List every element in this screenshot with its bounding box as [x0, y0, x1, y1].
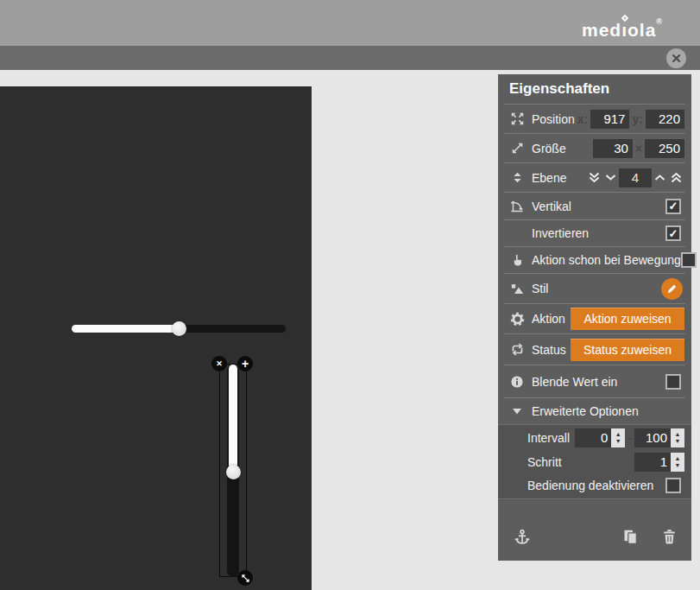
- interval-dash: -: [627, 431, 632, 445]
- show-value-label: Blende Wert ein: [532, 375, 617, 389]
- spinner-arrows-icon[interactable]: ▲▼: [611, 428, 625, 447]
- repeat-icon: [508, 342, 526, 357]
- rotate-vertical-icon: [508, 199, 526, 213]
- layer-input[interactable]: 4: [619, 168, 652, 187]
- row-action: Aktion Aktion zuweisen: [498, 304, 691, 333]
- edit-style-button[interactable]: [661, 278, 683, 300]
- step-label: Schritt: [527, 455, 562, 469]
- size-separator: ×: [635, 142, 642, 155]
- horizontal-slider-thumb[interactable]: [172, 321, 186, 336]
- position-y-input[interactable]: 220: [646, 110, 684, 129]
- row-style: Stil: [498, 274, 691, 303]
- interval-min-input[interactable]: 0: [575, 428, 611, 447]
- resize-icon: [508, 141, 526, 155]
- step-stepper[interactable]: 1 ▲▼: [634, 453, 684, 472]
- properties-panel: Eigenschaften Position x: 917 y: 220 Grö…: [498, 74, 691, 561]
- info-icon: [508, 375, 526, 389]
- triangle-down-icon: [508, 407, 526, 416]
- anchor-icon[interactable]: [514, 529, 531, 546]
- action-on-move-checkbox[interactable]: [681, 252, 697, 268]
- vertical-label: Vertikal: [532, 200, 571, 213]
- interval-max-stepper[interactable]: 100 ▲▼: [634, 428, 684, 447]
- mediola-logo: medıola®: [582, 10, 662, 41]
- show-value-checkbox[interactable]: [665, 374, 681, 390]
- image-icon: [508, 282, 526, 296]
- row-disable-control: Bedienung deaktivieren: [498, 473, 691, 498]
- toolbar-bar: [0, 46, 700, 70]
- position-x-input[interactable]: 917: [590, 110, 629, 129]
- size-width-input[interactable]: 30: [593, 139, 633, 158]
- row-size: Größe 30 × 250: [498, 134, 691, 162]
- disable-control-checkbox[interactable]: [665, 478, 681, 493]
- action-on-move-label: Aktion schon bei Bewegung: [532, 253, 681, 267]
- action-label: Aktion: [532, 312, 565, 326]
- vertical-checkbox[interactable]: ✓: [665, 199, 681, 214]
- status-label: Status: [532, 343, 566, 357]
- vertical-slider-thumb[interactable]: [226, 465, 241, 479]
- row-status: Status Status zuweisen: [498, 334, 691, 365]
- copy-icon[interactable]: [622, 529, 639, 545]
- editor-canvas[interactable]: ✕ +: [0, 86, 312, 590]
- gear-icon: [508, 312, 526, 327]
- panel-bottom-toolbar: [498, 499, 691, 561]
- interval-min-stepper[interactable]: 0 ▲▼: [575, 428, 625, 447]
- row-position: Position x: 917 y: 220: [498, 105, 691, 133]
- trash-icon[interactable]: [661, 529, 678, 545]
- layer-up-icon[interactable]: [654, 174, 665, 181]
- row-vertical: Vertikal ✓: [498, 193, 691, 219]
- invert-checkbox[interactable]: ✓: [665, 225, 681, 241]
- step-input[interactable]: 1: [634, 453, 671, 472]
- style-label: Stil: [532, 282, 548, 295]
- row-invert: Invertieren ✓: [498, 220, 691, 246]
- advanced-options-section: Intervall 0 ▲▼ - 100 ▲▼ Schritt 1 ▲▼ Bed…: [498, 424, 691, 499]
- hand-icon: [508, 253, 526, 267]
- position-label: Position: [532, 112, 575, 126]
- spinner-arrows-icon[interactable]: ▲▼: [671, 453, 684, 472]
- vertical-slider-fill: [229, 365, 237, 473]
- invert-label: Invertieren: [532, 226, 589, 240]
- interval-max-input[interactable]: 100: [634, 428, 671, 447]
- layers-icon: [508, 171, 526, 184]
- assign-status-button[interactable]: Status zuweisen: [571, 339, 684, 361]
- layer-down-icon[interactable]: [605, 174, 616, 181]
- move-icon: [508, 111, 526, 126]
- resize-handle-icon[interactable]: [237, 570, 253, 586]
- row-advanced-options[interactable]: Erweiterte Optionen: [498, 398, 691, 424]
- interval-label: Intervall: [527, 431, 570, 445]
- assign-action-button[interactable]: Aktion zuweisen: [571, 308, 684, 330]
- close-icon[interactable]: ✕: [666, 48, 686, 68]
- row-step: Schritt 1 ▲▼: [498, 450, 691, 474]
- layer-to-back-icon[interactable]: [589, 172, 600, 183]
- panel-title: Eigenschaften: [498, 74, 691, 104]
- layer-label: Ebene: [532, 171, 566, 185]
- delete-handle-icon[interactable]: ✕: [211, 356, 227, 371]
- horizontal-slider-fill: [72, 325, 180, 333]
- row-action-on-move: Aktion schon bei Bewegung: [498, 247, 691, 273]
- advanced-options-label: Erweiterte Optionen: [532, 404, 639, 418]
- x-label: x:: [577, 112, 588, 126]
- row-show-value: Blende Wert ein: [498, 365, 691, 397]
- disable-control-label: Bedienung deaktivieren: [527, 479, 653, 492]
- y-label: y:: [632, 112, 642, 126]
- layer-to-front-icon[interactable]: [671, 172, 682, 183]
- add-handle-icon[interactable]: +: [237, 356, 253, 371]
- spinner-arrows-icon[interactable]: ▲▼: [671, 428, 684, 447]
- pencil-icon: [666, 283, 678, 295]
- size-label: Größe: [532, 142, 566, 155]
- size-height-input[interactable]: 250: [645, 139, 684, 158]
- row-layer: Ebene 4: [498, 163, 691, 192]
- row-interval: Intervall 0 ▲▼ - 100 ▲▼: [498, 426, 691, 450]
- top-header-bar: medıola®: [0, 0, 700, 46]
